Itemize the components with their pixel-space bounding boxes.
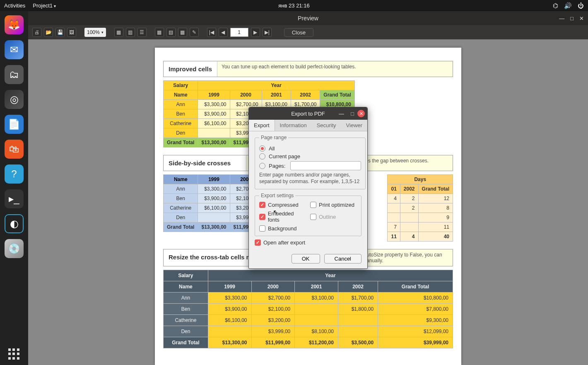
chk-printopt[interactable] xyxy=(310,202,316,208)
tab-export[interactable]: Export xyxy=(249,120,275,131)
chk-open-after[interactable] xyxy=(255,239,261,246)
chk-compressed-label: Compressed xyxy=(268,202,299,208)
radio-all-label: All xyxy=(269,145,275,152)
pages-input[interactable] xyxy=(290,161,361,170)
radio-current[interactable] xyxy=(259,153,265,160)
chk-compressed[interactable] xyxy=(259,202,265,208)
chk-background[interactable] xyxy=(259,225,265,232)
dialog-close-icon[interactable]: ✕ xyxy=(357,110,365,117)
export-settings-group: Export settings Compressed Print optimiz… xyxy=(255,193,361,236)
cancel-button[interactable]: Cancel xyxy=(324,254,361,263)
dialog-maximize-icon[interactable]: □ xyxy=(351,111,354,117)
tab-security[interactable]: Security xyxy=(312,120,341,131)
dialog-title: Export to PDF xyxy=(291,111,325,117)
page-range-legend: Page range xyxy=(259,135,288,140)
dialog-tabs: Export Information Security Viewer xyxy=(249,120,367,131)
chk-background-label: Background xyxy=(268,225,296,232)
dialog-overlay: Export to PDF — □ ✕ Export Information S… xyxy=(0,0,588,365)
dialog-titlebar: Export to PDF — □ ✕ xyxy=(249,107,367,120)
radio-all[interactable] xyxy=(259,145,265,152)
radio-pages-label: Pages: xyxy=(269,163,285,169)
radio-pages[interactable] xyxy=(259,163,265,169)
chk-open-after-label: Open after export xyxy=(263,239,305,246)
chk-embedded[interactable] xyxy=(259,214,265,220)
ok-button[interactable]: OK xyxy=(292,254,320,263)
tab-viewer[interactable]: Viewer xyxy=(341,120,368,131)
export-settings-legend: Export settings xyxy=(259,193,295,198)
dialog-minimize-icon[interactable]: — xyxy=(339,111,344,117)
export-pdf-dialog: Export to PDF — □ ✕ Export Information S… xyxy=(248,107,368,269)
chk-printopt-label: Print optimized xyxy=(319,202,354,208)
chk-outline[interactable] xyxy=(310,214,316,220)
chk-embedded-label: Embedded fonts xyxy=(268,210,306,223)
radio-current-label: Current page xyxy=(269,153,300,160)
page-range-group: Page range All Current page Pages: Enter… xyxy=(255,135,366,189)
chk-outline-label: Outline xyxy=(319,214,336,220)
tab-information[interactable]: Information xyxy=(275,120,312,131)
page-range-hint: Enter page numbers and/or page ranges, s… xyxy=(259,172,361,185)
